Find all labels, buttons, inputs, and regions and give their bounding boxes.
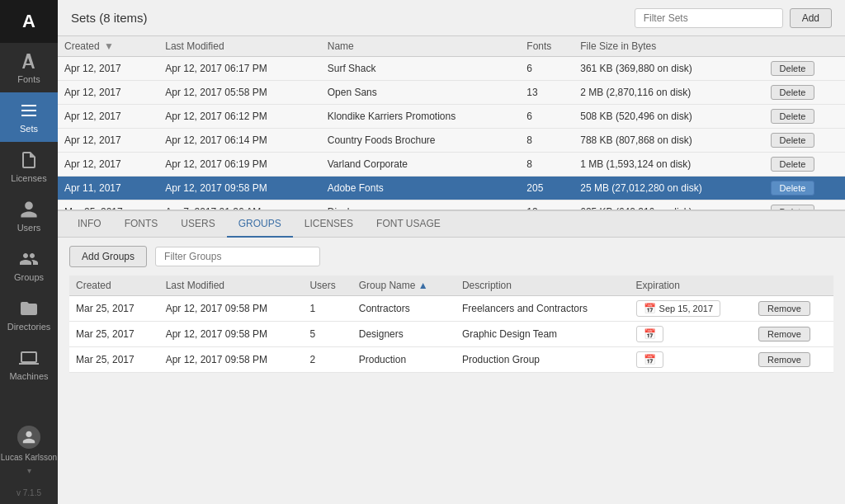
tab-font-usage[interactable]: FONT USAGE: [365, 211, 452, 238]
col-actions: [764, 36, 845, 57]
cell-remove: Remove: [752, 347, 833, 373]
gcol-users[interactable]: Users: [303, 276, 352, 296]
licenses-icon: [19, 150, 39, 170]
sidebar-item-sets[interactable]: Sets: [0, 92, 58, 142]
cell-last-modified: Apr 12, 2017 09:58 PM: [159, 347, 304, 373]
table-row[interactable]: Apr 12, 2017 Apr 12, 2017 06:12 PM Klond…: [58, 105, 845, 129]
topbar-actions: Add: [635, 8, 832, 28]
cell-group-name: Contractors: [352, 296, 456, 322]
gcol-expiration[interactable]: Expiration: [630, 276, 752, 296]
table-row[interactable]: Apr 12, 2017 Apr 12, 2017 05:58 PM Open …: [58, 81, 845, 105]
tab-info[interactable]: INFO: [66, 211, 113, 238]
add-groups-button[interactable]: Add Groups: [69, 246, 147, 267]
remove-button[interactable]: Remove: [758, 327, 810, 341]
cell-fonts: 8: [520, 153, 574, 177]
tab-groups[interactable]: GROUPS: [227, 211, 293, 238]
sidebar-item-groups[interactable]: Groups: [0, 241, 58, 290]
remove-button[interactable]: Remove: [758, 352, 810, 367]
user-profile[interactable]: Lucas Karlsson ▾: [1, 419, 57, 482]
delete-button[interactable]: Delete: [771, 109, 815, 124]
sidebar-label-sets: Sets: [20, 124, 38, 134]
cell-users: 5: [303, 322, 352, 347]
sets-icon: [19, 101, 39, 120]
col-name[interactable]: Name: [321, 36, 521, 57]
gcol-group-name[interactable]: Group Name ▲: [352, 276, 456, 296]
sets-table-container: Created ▼ Last Modified Name Fonts File …: [58, 36, 845, 210]
table-row[interactable]: Apr 12, 2017 Apr 12, 2017 06:19 PM Varla…: [58, 153, 845, 177]
cell-size: 625 KB (640,216 on disk): [574, 200, 763, 210]
tab-users[interactable]: USERS: [169, 211, 226, 238]
gcol-actions: [752, 276, 833, 296]
directories-icon: [19, 299, 39, 318]
topbar: Sets (8 items) Add: [58, 0, 845, 36]
cell-last-modified: Apr 7, 2017 01:26 AM: [158, 200, 321, 210]
cell-fonts: 13: [520, 81, 574, 105]
cell-size: 508 KB (520,496 on disk): [574, 105, 763, 129]
calendar-icon: 📅: [644, 303, 656, 314]
delete-button[interactable]: Delete: [771, 133, 815, 148]
tab-fonts[interactable]: FONTS: [113, 211, 170, 238]
sidebar-label-directories: Directories: [7, 322, 51, 332]
cell-name: Display: [321, 200, 521, 210]
cell-last-modified: Apr 12, 2017 06:14 PM: [158, 129, 321, 153]
add-set-button[interactable]: Add: [790, 8, 832, 28]
cell-description: Production Group: [456, 347, 630, 373]
table-row[interactable]: Mar 25, 2017 Apr 7, 2017 01:26 AM Displa…: [58, 200, 845, 210]
cell-expiration[interactable]: 📅: [630, 322, 752, 347]
cell-last-modified: Apr 12, 2017 05:58 PM: [158, 81, 321, 105]
cell-size: 788 KB (807,868 on disk): [574, 129, 763, 153]
sets-table: Created ▼ Last Modified Name Fonts File …: [58, 36, 845, 210]
cell-fonts: 6: [520, 57, 574, 81]
groups-icon: [19, 249, 39, 269]
cell-size: 361 KB (369,880 on disk): [574, 57, 763, 81]
sidebar-item-machines[interactable]: Machines: [0, 340, 58, 389]
version-label: v 7.1.5: [1, 482, 57, 504]
delete-button[interactable]: Delete: [771, 157, 815, 172]
cell-last-modified: Apr 12, 2017 06:17 PM: [158, 57, 321, 81]
col-file-size[interactable]: File Size in Bytes: [574, 36, 763, 57]
table-row[interactable]: Apr 12, 2017 Apr 12, 2017 06:14 PM Count…: [58, 129, 845, 153]
table-row[interactable]: Mar 25, 2017 Apr 12, 2017 09:58 PM 5 Des…: [69, 322, 833, 347]
cell-name: Klondike Karriers Promotions: [321, 105, 521, 129]
cell-fonts: 8: [520, 129, 574, 153]
gcol-last-modified[interactable]: Last Modified: [159, 276, 304, 296]
cell-group-name: Production: [352, 347, 456, 373]
cell-group-name: Designers: [352, 322, 456, 347]
cell-size: 25 MB (27,012,280 on disk): [574, 177, 763, 200]
sidebar-item-licenses[interactable]: Licenses: [0, 142, 58, 191]
delete-button[interactable]: Delete: [771, 85, 815, 100]
cell-expiration[interactable]: 📅Sep 15, 2017: [630, 296, 752, 322]
delete-button[interactable]: Delete: [771, 181, 815, 195]
gcol-description[interactable]: Description: [456, 276, 630, 296]
filter-sets-input[interactable]: [635, 8, 783, 28]
col-created[interactable]: Created ▼: [58, 36, 158, 57]
groups-table: Created Last Modified Users Group Name ▲…: [69, 276, 833, 373]
remove-button[interactable]: Remove: [758, 301, 810, 316]
sidebar-item-directories[interactable]: Directories: [0, 290, 58, 340]
gcol-created[interactable]: Created: [69, 276, 159, 296]
cell-delete: Delete: [764, 153, 845, 177]
col-fonts[interactable]: Fonts: [520, 36, 574, 57]
col-last-modified[interactable]: Last Modified: [158, 36, 321, 57]
calendar-icon: 📅: [644, 354, 656, 365]
filter-groups-input[interactable]: [155, 247, 320, 266]
group-sort-icon: ▲: [418, 280, 428, 291]
table-row[interactable]: Mar 25, 2017 Apr 12, 2017 09:58 PM 1 Con…: [69, 296, 833, 322]
table-row[interactable]: Apr 11, 2017 Apr 12, 2017 09:58 PM Adobe…: [58, 177, 845, 200]
cell-last-modified: Apr 12, 2017 09:58 PM: [159, 296, 304, 322]
sidebar-item-fonts[interactable]: Fonts: [0, 43, 58, 92]
delete-button[interactable]: Delete: [771, 61, 815, 76]
cell-fonts: 6: [520, 105, 574, 129]
sidebar-label-machines: Machines: [9, 371, 48, 381]
cell-created: Apr 12, 2017: [58, 153, 158, 177]
fonts-icon: [19, 51, 39, 71]
cell-delete: Delete: [764, 105, 845, 129]
sidebar-item-users[interactable]: Users: [0, 191, 58, 241]
table-row[interactable]: Apr 12, 2017 Apr 12, 2017 06:17 PM Surf …: [58, 57, 845, 81]
cell-expiration[interactable]: 📅: [630, 347, 752, 373]
cell-delete: Delete: [764, 129, 845, 153]
table-row[interactable]: Mar 25, 2017 Apr 12, 2017 09:58 PM 2 Pro…: [69, 347, 833, 373]
tab-licenses[interactable]: LICENSES: [293, 211, 365, 238]
cell-name: Varland Corporate: [321, 153, 521, 177]
cell-remove: Remove: [752, 296, 833, 322]
